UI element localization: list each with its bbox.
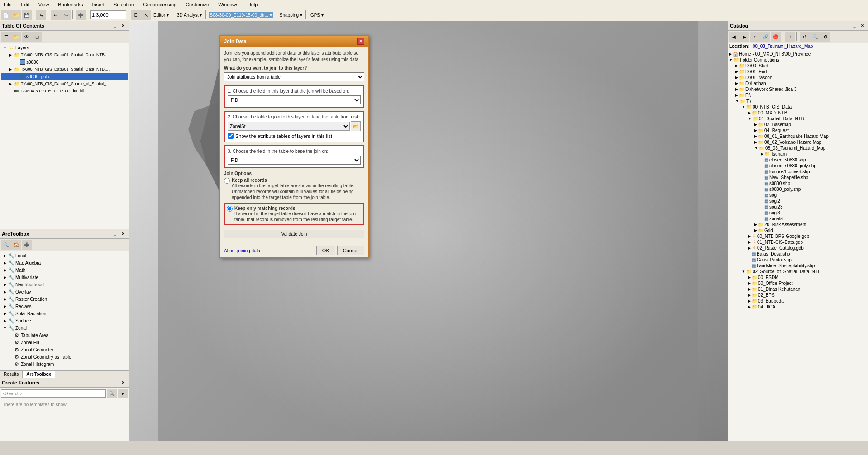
catalog-new-btn[interactable]: + [785,32,795,42]
validate-join-btn[interactable]: Validate Join [224,230,364,238]
dialog-close-btn[interactable]: ✕ [357,38,364,45]
toolbox-math[interactable]: ▶ 🔧 Math [1,266,128,274]
edit-tool[interactable]: ↖ [141,10,151,20]
field-select-1[interactable]: FID [228,95,361,104]
catalog-garis-pantai[interactable]: ▶ ▦ Garis_Pantai.shp [729,257,867,263]
search-icon[interactable]: 🔍 [107,389,117,398]
map-area[interactable]: Join Data ✕ Join lets you append additio… [129,21,728,441]
catalog-gis-data-gdb[interactable]: ▶ 🗄 01_NTB-GIS-Data.gdb [729,239,867,245]
catalog-zonalst[interactable]: ▶ ▦ zonalst [729,216,867,222]
toolbox-solar-radiation[interactable]: ▶ 🔧 Solar Radiation [1,310,128,317]
create-features-close-icon[interactable]: ✕ [119,379,127,386]
catalog-new-shapefile[interactable]: ▶ ▦ New_Shapefile.shp [729,175,867,180]
toolbox-multivariate[interactable]: ▶ 🔧 Multivariate [1,274,128,281]
catalog-office-project[interactable]: ▶ 📁 00_Office Project [729,280,867,286]
catalog-tsunami[interactable]: ▼ 📁 08_03_Tsunami_Hazard_Map [729,145,867,151]
catalog-sogi[interactable]: ▶ ▦ sogi [729,192,867,198]
catalog-f[interactable]: ▶ 📁 F:\ [729,92,867,98]
menu-customize[interactable]: Customize [184,1,211,8]
catalog-minimize-icon[interactable]: _ [851,22,858,29]
catalog-bps[interactable]: ▶ 📁 02_BPS [729,292,867,298]
catalog-esdm[interactable]: ▶ 📁 00_ESDM [729,275,867,280]
catalog-mxd[interactable]: ▶ 📁 00_MXD_NTB [729,110,867,116]
search-input[interactable] [1,389,106,398]
catalog-lombok1[interactable]: ▶ ▦ lombok1convert.shp [729,169,867,175]
menu-view[interactable]: View [37,1,51,8]
catalog-basemap[interactable]: ▶ 📁 02_Basemap [729,122,867,128]
catalog-batas-desa[interactable]: ▶ ▦ Batas_Desa.shp [729,251,867,257]
toc-visibility-btn[interactable]: 👁 [22,32,32,42]
toc-layer-1[interactable]: ▶ 📁 T:A\00_NTB_GIS_Data\01_Spatial_Data_… [1,51,128,58]
toc-layer-5[interactable]: ▶ 📁 T:A\00_NTB_GIS_Data\02_Source_of_Spa… [1,80,128,87]
toolbox-neighborhood[interactable]: ▶ 🔧 Neighborhood [1,281,128,288]
catalog-back-btn[interactable]: ◀ [729,32,739,42]
table-select[interactable]: ZonalSt [228,122,350,131]
catalog-risk-assessment[interactable]: ▶ 📁 20_Risk Assessment [729,222,867,228]
scale-input[interactable] [90,10,126,19]
catalog-earthquake[interactable]: ▶ 📁 08_01_Earthquake Hazard Map [729,133,867,139]
catalog-d-end[interactable]: ▶ 📁 D:\01_End [729,69,867,75]
toolbox-reclass[interactable]: ▶ 🔧 Reclass [1,303,128,310]
catalog-s0830-poly[interactable]: ▶ ▦ s0830_poly.shp [729,186,867,192]
create-features-minimize-icon[interactable]: _ [111,379,119,386]
about-joining-link[interactable]: About joining data [224,248,260,253]
catalog-closed-s0830[interactable]: ▶ ▦ closed_s0830.shp [729,157,867,163]
cancel-btn[interactable]: Cancel [337,246,364,255]
browse-table-btn[interactable]: 📂 [351,121,361,131]
catalog-home[interactable]: ▶ 🏠 Home - 00_MXD_NTB\00_Province [729,51,867,57]
filter-icon[interactable]: ▼ [118,389,128,398]
catalog-t-drive[interactable]: ▼ 📁 T:\ [729,98,867,104]
arctoolbox-minimize-icon[interactable]: _ [111,230,119,237]
menu-geoprocessing[interactable]: Geoprocessing [141,1,178,8]
catalog-grid[interactable]: ▶ 📁 Grid [729,228,867,233]
catalog-closed-poly[interactable]: ▶ ▦ closed_s0830_poly.shp [729,163,867,169]
catalog-refresh-btn[interactable]: ↺ [800,32,810,42]
toolbox-zonal-fill[interactable]: ⚙ Zonal Fill [1,339,128,346]
catalog-jica[interactable]: ▶ 📁 04_JICA [729,304,867,310]
editor-btn[interactable]: E [131,10,141,20]
toolbox-surface[interactable]: ▶ 🔧 Surface [1,317,128,324]
toolbox-zonal[interactable]: ▼ 🔧 Zonal [1,324,128,332]
field-select-3[interactable]: FID [228,156,361,165]
menu-help[interactable]: Help [246,1,260,8]
toolbox-zonal-histogram[interactable]: ⚙ Zonal Histogram [1,360,128,368]
menu-file[interactable]: File [2,1,14,8]
catalog-bappeda[interactable]: ▶ 📁 03_Bappeda [729,298,867,304]
catalog-tsunami-folder[interactable]: ▶ 📁 Tsunami [729,151,867,157]
menu-windows[interactable]: Windows [216,1,240,8]
catalog-forward-btn[interactable]: ▶ [739,32,749,42]
catalog-raster-catalog[interactable]: ▶ 🗄 02_Raster Catalog.gdb [729,245,867,251]
tab-arctoolbox[interactable]: ArcToolbox [23,371,55,378]
ok-btn[interactable]: OK [316,246,335,255]
show-attribute-checkbox[interactable] [228,133,234,139]
toc-layers-root[interactable]: ▼ 🗂 Layers [1,44,128,51]
menu-edit[interactable]: Edit [19,1,31,8]
catalog-source-spatial[interactable]: ▼ 📁 02_Source_of_Spatial_Data_NTB [729,269,867,275]
toolbox-home-btn[interactable]: 🏠 [11,240,21,250]
toc-source-btn[interactable]: 📁 [11,32,21,42]
catalog-close-icon[interactable]: ✕ [859,22,866,29]
catalog-dinas-kehutanan[interactable]: ▶ 📁 01_Dinas Kehutanan [729,286,867,292]
catalog-sogi3[interactable]: ▶ ▦ sogi3 [729,210,867,216]
catalog-d-rascon[interactable]: ▶ 📁 D:\01_rascon [729,75,867,81]
catalog-sogi23[interactable]: ▶ ▦ sogi23 [729,204,867,210]
tab-results[interactable]: Results [0,371,23,378]
catalog-latihan[interactable]: ▶ 📁 D:\Latihan [729,81,867,86]
catalog-connect-btn[interactable]: 🔗 [760,32,770,42]
toolbox-overlay[interactable]: ▶ 🔧 Overlay [1,288,128,295]
toc-close-icon[interactable]: ✕ [119,22,127,29]
toc-layer-4-selected[interactable]: s0830_poly [1,73,128,80]
toolbox-add-btn[interactable]: ➕ [22,240,32,250]
toc-minimize-icon[interactable]: _ [111,22,119,29]
catalog-d-start[interactable]: ▶ 📁 D:\00_Start [729,63,867,69]
catalog-landslide[interactable]: ▶ ▦ Landslide_Susceptability.shp [729,263,867,269]
toc-layer-2[interactable]: s0830 [1,58,128,66]
open-btn[interactable]: 📂 [11,10,21,20]
catalog-options-btn[interactable]: ⚙ [820,32,830,42]
toolbox-raster-creation[interactable]: ▶ 🔧 Raster Creation [1,295,128,303]
catalog-up-btn[interactable]: ↑ [750,32,760,42]
menu-bookmarks[interactable]: Bookmarks [56,1,85,8]
catalog-folder-connections[interactable]: ▼ 📁 Folder Connections [729,57,867,63]
toolbox-local[interactable]: ▶ 🔧 Local [1,252,128,259]
catalog-network-jica[interactable]: ▶ 📁 D:\Network Shared Jica 3 [729,86,867,92]
